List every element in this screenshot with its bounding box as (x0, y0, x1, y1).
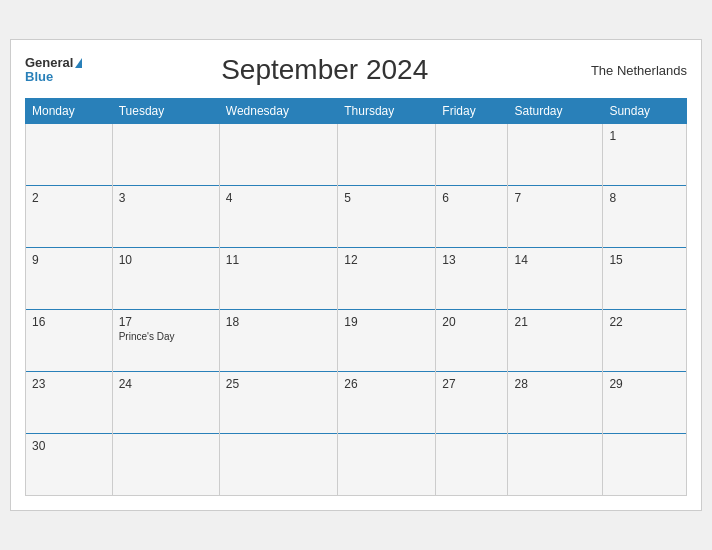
calendar-table: Monday Tuesday Wednesday Thursday Friday… (25, 98, 687, 496)
logo-triangle-icon (75, 58, 82, 68)
calendar-cell: 30 (26, 434, 113, 496)
day-number: 21 (514, 315, 596, 329)
day-number: 7 (514, 191, 596, 205)
calendar-cell: 5 (338, 186, 436, 248)
calendar-cell: 22 (603, 310, 687, 372)
calendar-cell: 25 (219, 372, 338, 434)
table-row: 1617Prince's Day1819202122 (26, 310, 687, 372)
day-number: 18 (226, 315, 332, 329)
calendar-cell (603, 434, 687, 496)
calendar-cell: 12 (338, 248, 436, 310)
calendar-cell: 15 (603, 248, 687, 310)
day-number: 16 (32, 315, 106, 329)
calendar-cell: 18 (219, 310, 338, 372)
calendar-cell (338, 434, 436, 496)
calendar-cell: 21 (508, 310, 603, 372)
calendar-cell (26, 124, 113, 186)
month-title: September 2024 (82, 54, 567, 86)
calendar-cell (508, 124, 603, 186)
day-number: 4 (226, 191, 332, 205)
day-number: 23 (32, 377, 106, 391)
table-row: 1 (26, 124, 687, 186)
calendar-header: General Blue September 2024 The Netherla… (25, 50, 687, 90)
calendar-cell: 4 (219, 186, 338, 248)
day-number: 8 (609, 191, 680, 205)
day-number: 22 (609, 315, 680, 329)
calendar-cell (508, 434, 603, 496)
day-number: 6 (442, 191, 501, 205)
logo: General Blue (25, 56, 82, 85)
calendar-header-row: Monday Tuesday Wednesday Thursday Friday… (26, 99, 687, 124)
calendar-cell (436, 434, 508, 496)
calendar-cell: 1 (603, 124, 687, 186)
calendar-cell: 28 (508, 372, 603, 434)
table-row: 23242526272829 (26, 372, 687, 434)
day-number: 14 (514, 253, 596, 267)
calendar-cell (219, 434, 338, 496)
header-friday: Friday (436, 99, 508, 124)
calendar-cell: 7 (508, 186, 603, 248)
day-number: 25 (226, 377, 332, 391)
calendar-cell (219, 124, 338, 186)
calendar-cell: 23 (26, 372, 113, 434)
calendar-cell: 29 (603, 372, 687, 434)
calendar-cell: 8 (603, 186, 687, 248)
event-label: Prince's Day (119, 331, 213, 342)
calendar: General Blue September 2024 The Netherla… (10, 39, 702, 511)
table-row: 2345678 (26, 186, 687, 248)
header-thursday: Thursday (338, 99, 436, 124)
day-number: 29 (609, 377, 680, 391)
header-wednesday: Wednesday (219, 99, 338, 124)
calendar-cell: 19 (338, 310, 436, 372)
logo-blue-text: Blue (25, 70, 82, 84)
calendar-cell: 6 (436, 186, 508, 248)
day-number: 12 (344, 253, 429, 267)
calendar-body: 1234567891011121314151617Prince's Day181… (26, 124, 687, 496)
table-row: 30 (26, 434, 687, 496)
day-number: 20 (442, 315, 501, 329)
day-number: 15 (609, 253, 680, 267)
day-number: 28 (514, 377, 596, 391)
day-number: 24 (119, 377, 213, 391)
day-number: 27 (442, 377, 501, 391)
calendar-cell (338, 124, 436, 186)
country-label: The Netherlands (567, 63, 687, 78)
day-number: 17 (119, 315, 213, 329)
day-number: 11 (226, 253, 332, 267)
day-number: 3 (119, 191, 213, 205)
day-number: 9 (32, 253, 106, 267)
header-sunday: Sunday (603, 99, 687, 124)
calendar-cell (112, 124, 219, 186)
calendar-cell: 11 (219, 248, 338, 310)
calendar-cell: 24 (112, 372, 219, 434)
day-number: 13 (442, 253, 501, 267)
days-of-week-row: Monday Tuesday Wednesday Thursday Friday… (26, 99, 687, 124)
day-number: 30 (32, 439, 106, 453)
header-saturday: Saturday (508, 99, 603, 124)
calendar-cell: 26 (338, 372, 436, 434)
calendar-cell: 17Prince's Day (112, 310, 219, 372)
calendar-cell: 14 (508, 248, 603, 310)
calendar-cell: 20 (436, 310, 508, 372)
calendar-cell: 27 (436, 372, 508, 434)
calendar-cell: 2 (26, 186, 113, 248)
day-number: 19 (344, 315, 429, 329)
calendar-cell: 9 (26, 248, 113, 310)
calendar-cell: 10 (112, 248, 219, 310)
calendar-cell: 13 (436, 248, 508, 310)
logo-general-text: General (25, 56, 82, 70)
day-number: 10 (119, 253, 213, 267)
day-number: 1 (609, 129, 680, 143)
calendar-cell: 3 (112, 186, 219, 248)
calendar-cell: 16 (26, 310, 113, 372)
table-row: 9101112131415 (26, 248, 687, 310)
header-monday: Monday (26, 99, 113, 124)
day-number: 2 (32, 191, 106, 205)
calendar-cell (436, 124, 508, 186)
day-number: 26 (344, 377, 429, 391)
calendar-cell (112, 434, 219, 496)
day-number: 5 (344, 191, 429, 205)
header-tuesday: Tuesday (112, 99, 219, 124)
